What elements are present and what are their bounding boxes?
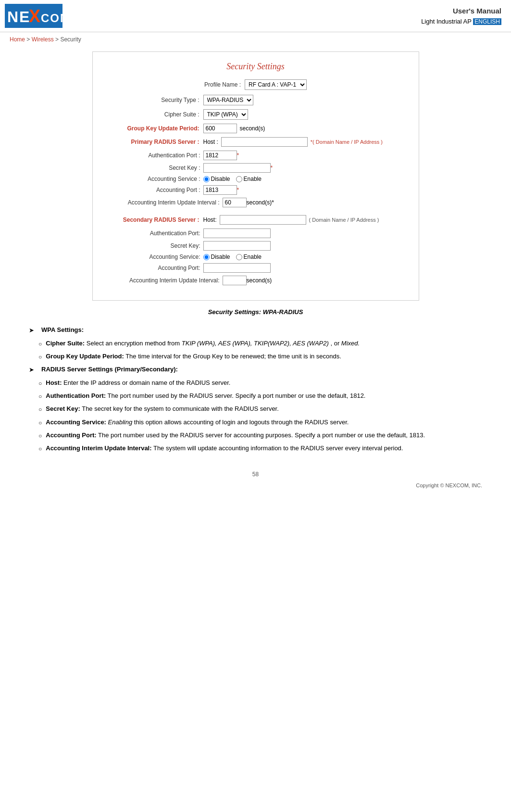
secret-text: The secret key for the system to communi…	[82, 405, 279, 412]
footer-copyright: Copyright © NEXCOM, INC.	[19, 482, 492, 488]
sec-host-input[interactable]	[220, 215, 306, 225]
breadcrumb: Home > Wireless > Security	[0, 32, 511, 47]
sec-acct-interval-input[interactable]	[223, 276, 247, 285]
sec-acct-radio-group: Disable Enable	[203, 254, 262, 260]
primary-acct-interval-row: Accounting Interim Update Interval : sec…	[107, 198, 404, 207]
secret-doc-text: Secret Key: The secret key for the syste…	[46, 404, 482, 414]
primary-acct-interval-label: Accounting Interim Update Interval :	[117, 199, 223, 206]
secondary-radius-heading-row: Secondary RADIUS Server : Host: ( Domain…	[107, 215, 404, 225]
sec-acct-enable-radio[interactable]	[236, 254, 242, 260]
cipher-suffix: , or	[330, 340, 341, 347]
primary-acct-radio-group: Disable Enable	[203, 176, 262, 182]
cipher-suite-row: Cipher Suite : TKIP (WPA)	[107, 109, 404, 120]
group-key-doc-text: Group Key Update Period: The time interv…	[46, 352, 482, 362]
required-star-secret: *	[271, 165, 273, 171]
primary-auth-port-row: Authentication Port : *	[107, 151, 404, 160]
form-caption: Security Settings: WPA-RADIUS	[19, 308, 492, 316]
circle-bullet-authport: ○	[29, 392, 42, 401]
sec-acct-interval-unit: second(s)	[247, 277, 272, 284]
sec-secret-label: Secret Key:	[117, 242, 203, 249]
acct-service-doc-item: ○ Accounting Service: Enabling this opti…	[29, 418, 482, 428]
primary-acct-enable-radio[interactable]	[236, 176, 242, 182]
primary-secret-input[interactable]	[203, 163, 271, 173]
sec-host-label: Host:	[203, 216, 217, 223]
acct-interval-doc-text: Accounting Interim Update Interval: The …	[46, 444, 482, 454]
group-key-control: second(s)	[203, 124, 404, 133]
acct-service-text: this option allows accounting of login a…	[134, 419, 349, 426]
cipher-suite-doc-item: ○ Cipher Suite: Select an encryption met…	[29, 339, 482, 349]
sec-acct-port-label: Accounting Port:	[117, 265, 203, 271]
acct-port-text: The port number used by the RADIUS serve…	[98, 431, 425, 439]
primary-auth-port-label: Authentication Port :	[117, 152, 203, 159]
page-number: 58	[252, 471, 259, 478]
doc-section: ➤ WPA Settings: ○ Cipher Suite: Select a…	[19, 325, 492, 454]
sec-auth-port-label: Authentication Port:	[117, 230, 203, 237]
primary-acct-disable-item: Disable	[203, 176, 230, 182]
wpa-settings-item: ➤ WPA Settings:	[29, 325, 482, 336]
svg-text:COM: COM	[41, 12, 62, 25]
sec-acct-enable-label: Enable	[244, 254, 262, 260]
cipher-suite-select[interactable]: TKIP (WPA)	[203, 109, 248, 120]
primary-acct-port-input[interactable]	[203, 185, 237, 195]
header-title: User's Manual	[421, 6, 501, 17]
wpa-settings-text: WPA Settings:	[41, 325, 482, 335]
arrow-bullet-wpa: ➤	[29, 326, 37, 336]
sec-acct-interval-row: Accounting Interim Update Interval: seco…	[107, 276, 404, 285]
main-content: Security Settings Profile Name : RF Card…	[0, 47, 511, 498]
group-key-heading: Group Key Update Period:	[46, 353, 124, 360]
sec-auth-port-row: Authentication Port:	[107, 228, 404, 238]
acct-service-heading: Accounting Service:	[46, 419, 106, 426]
secondary-radius-label: Secondary RADIUS Server :	[107, 216, 203, 223]
security-type-select[interactable]: WPA-RADIUS	[203, 95, 253, 105]
breadcrumb-home[interactable]: Home	[10, 36, 25, 43]
svg-text:X: X	[29, 6, 41, 26]
primary-host-row: Host : *( Domain Name / IP Address )	[203, 137, 404, 147]
cipher-mixed: Mixed.	[341, 340, 360, 347]
sec-acct-service-label: Accounting Service:	[117, 254, 203, 260]
profile-name-select[interactable]: RF Card A : VAP-1	[245, 79, 307, 90]
host-heading: Host:	[46, 379, 62, 386]
sec-secret-input[interactable]	[203, 241, 271, 251]
group-key-unit: second(s)	[240, 125, 265, 132]
group-key-doc-item: ○ Group Key Update Period: The time inte…	[29, 352, 482, 362]
secondary-host-row: Host: ( Domain Name / IP Address )	[203, 215, 404, 225]
profile-name-label: Profile Name :	[204, 81, 241, 88]
acct-interval-text: The system will update accounting inform…	[153, 444, 403, 452]
security-type-control: WPA-RADIUS	[203, 95, 404, 105]
group-key-input[interactable]	[203, 124, 237, 133]
circle-bullet-acct: ○	[29, 419, 42, 428]
auth-port-doc-item: ○ Authentication Port: The port number u…	[29, 391, 482, 401]
form-title: Security Settings	[107, 62, 404, 72]
host-doc-item: ○ Host: Enter the IP address or domain n…	[29, 378, 482, 388]
primary-host-label: Host :	[203, 139, 218, 145]
security-settings-form: Security Settings Profile Name : RF Card…	[92, 51, 419, 301]
footer: 58	[19, 457, 492, 482]
breadcrumb-current: Security	[60, 36, 81, 43]
secret-heading: Secret Key:	[46, 405, 80, 412]
primary-acct-service-row: Accounting Service : Disable Enable	[107, 176, 404, 182]
group-key-text: The time interval for the Group Key to b…	[125, 353, 341, 360]
auth-port-doc-text: Authentication Port: The port number use…	[46, 391, 482, 401]
sec-acct-enable-item: Enable	[236, 254, 262, 260]
breadcrumb-wireless[interactable]: Wireless	[32, 36, 54, 43]
primary-acct-disable-radio[interactable]	[203, 176, 210, 182]
sec-acct-service-row: Accounting Service: Disable Enable	[107, 254, 404, 260]
sec-acct-port-input[interactable]	[203, 263, 271, 273]
cipher-text: Select an encryption method from	[87, 340, 182, 347]
cipher-suite-label: Cipher Suite :	[107, 111, 203, 118]
auth-port-text: The port number used by the RADIUS serve…	[108, 392, 366, 399]
primary-acct-interval-input[interactable]	[223, 198, 247, 207]
cipher-suite-doc-text: Cipher Suite: Select an encryption metho…	[46, 339, 482, 349]
primary-radius-label: Primary RADIUS Server :	[107, 139, 203, 145]
primary-auth-port-input[interactable]	[203, 151, 237, 160]
sec-acct-disable-radio[interactable]	[203, 254, 210, 260]
host-text: Enter the IP address or domain name of t…	[63, 379, 230, 386]
cipher-suite-control: TKIP (WPA)	[203, 109, 404, 120]
primary-host-input[interactable]	[221, 137, 308, 147]
acct-port-doc-text: Accounting Port: The port number used by…	[46, 431, 482, 441]
logo: N E X COM	[5, 4, 62, 28]
primary-acct-disable-label: Disable	[211, 176, 230, 182]
primary-host-hint: *( Domain Name / IP Address )	[311, 139, 383, 145]
sec-acct-port-row: Accounting Port:	[107, 263, 404, 273]
sec-auth-port-input[interactable]	[203, 228, 271, 238]
